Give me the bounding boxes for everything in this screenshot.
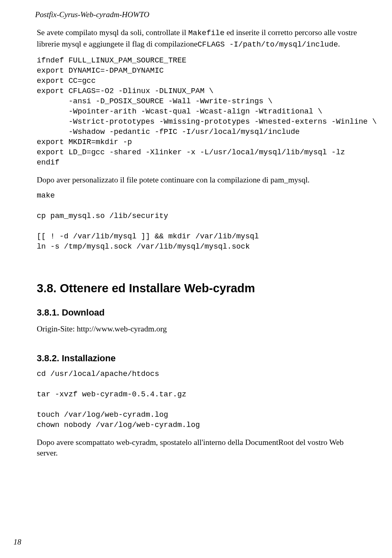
paragraph: Dopo aver personalizzato il file potete … [37, 175, 359, 185]
code-block-install: cd /usr/local/apache/htdocs tar -xvzf we… [37, 369, 359, 431]
code-block-makefile: ifndef FULL_LINUX_PAM_SOURCE_TREE export… [37, 56, 359, 168]
heading-3-8-2: 3.8.2. Installazione [37, 353, 359, 364]
code-block-make: make cp pam_mysql.so /lib/security [[ ! … [37, 191, 359, 252]
origin-site: Origin-Site: http://www.web-cyradm.org [37, 324, 359, 334]
heading-3-8-1: 3.8.1. Download [37, 307, 359, 318]
paragraph: Dopo avere scompattato web-cyradm, spost… [37, 437, 359, 459]
page-number: 18 [13, 538, 21, 547]
inline-code: Makefile [188, 29, 225, 38]
intro-paragraph: Se avete compilato mysql da soli, contro… [37, 27, 359, 50]
text-fragment: Se avete compilato mysql da soli, contro… [37, 28, 188, 37]
text-fragment: . [338, 40, 340, 48]
heading-3-8: 3.8. Ottenere ed Installare Web-cyradm [37, 282, 359, 295]
inline-code: CFLAGS -I/path/to/mysql/include [198, 40, 338, 49]
document-page: Postfix-Cyrus-Web-cyradm-HOWTO Se avete … [0, 0, 392, 558]
running-header: Postfix-Cyrus-Web-cyradm-HOWTO [35, 10, 359, 19]
